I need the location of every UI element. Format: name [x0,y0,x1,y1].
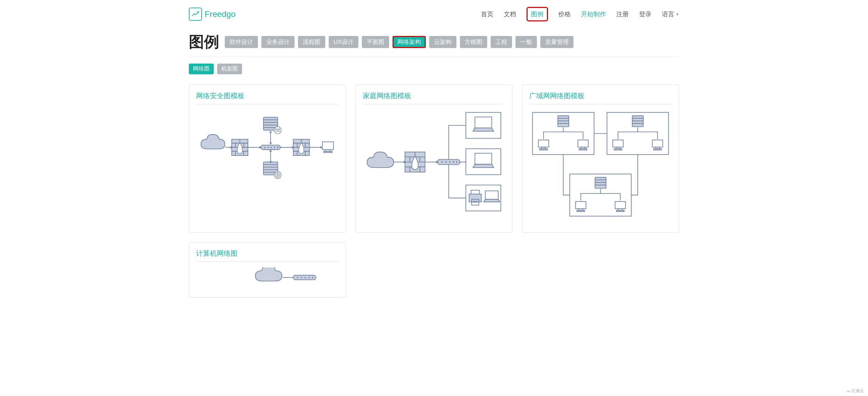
laptop-icon [483,191,500,202]
svg-rect-80 [469,194,481,202]
tag-flowchart[interactable]: 流程图 [298,36,325,48]
nav-docs[interactable]: 文档 [504,10,516,18]
sub-category-tags: 网络图 机架图 [189,64,679,74]
svg-rect-73 [466,149,501,175]
svg-point-128 [305,277,306,278]
desktop-icon [613,140,623,150]
template-card[interactable]: 家庭网络图模板 [356,85,513,233]
svg-rect-114 [595,177,606,188]
template-card[interactable]: 网络安全图模板 [189,85,346,233]
svg-marker-85 [483,199,500,202]
svg-point-127 [301,277,302,278]
svg-rect-77 [475,153,492,164]
nav-examples[interactable]: 图例 [527,7,548,21]
tag-floorplan[interactable]: 平面图 [362,36,389,48]
template-preview-computer-network [196,267,339,291]
nav-start[interactable]: 开始制作 [581,10,606,18]
top-nav: 首页 文档 图例 价格 开始制作 注册 登录 语言 ▼ [481,7,679,21]
nav-language[interactable]: 语言 ▼ [662,10,679,18]
printer-icon [469,190,481,205]
svg-rect-84 [485,191,498,199]
logo-text: Freedgo [205,9,235,19]
firewall-icon [293,139,309,155]
svg-rect-41 [324,151,332,152]
nav-register[interactable]: 注册 [616,10,629,18]
laptop-icon [473,153,494,168]
svg-point-17 [264,147,266,148]
desktop-icon [539,140,549,150]
logo-icon [189,8,202,21]
tag-engineering[interactable]: 工程 [491,36,512,48]
laptop-icon [473,117,494,131]
tag-general[interactable]: 一般 [515,36,537,48]
server-icon [263,162,281,178]
template-title: 家庭网络图模板 [363,91,505,104]
desktop-icon [578,140,588,150]
svg-point-130 [312,277,314,278]
svg-point-20 [274,147,275,148]
svg-rect-118 [576,201,586,209]
svg-rect-79 [471,190,479,194]
tag-cloud[interactable]: 云架构 [429,36,456,48]
nav-login[interactable]: 登录 [639,10,652,18]
server-icon [558,116,569,127]
server-icon [595,177,606,188]
category-tags: 软件设计 业务设计 流程图 UX设计 平面图 网络架构 云架构 方框图 工程 一… [225,36,573,48]
subtag-rack-diagram[interactable]: 机架图 [217,64,242,74]
svg-point-68 [445,161,446,163]
svg-point-126 [297,277,298,278]
nav-language-label: 语言 [662,10,674,18]
tag-business[interactable]: 业务设计 [261,36,295,48]
svg-point-70 [453,161,454,163]
title-row: 图例 软件设计 业务设计 流程图 UX设计 平面图 网络架构 云架构 方框图 工… [189,32,679,57]
svg-point-21 [277,147,278,148]
svg-rect-110 [653,140,663,147]
svg-rect-123 [617,210,625,212]
svg-rect-75 [475,117,492,128]
logo[interactable]: Freedgo [189,8,235,21]
svg-rect-72 [466,112,501,138]
page-title: 图例 [189,32,219,52]
template-card[interactable]: 广域网网络图模板 [522,85,679,233]
svg-point-69 [449,161,450,163]
tag-block[interactable]: 方框图 [460,36,487,48]
tag-ux[interactable]: UX设计 [329,36,358,48]
nav-pricing[interactable]: 价格 [558,10,571,18]
desktop-icon [653,140,663,150]
router-icon [437,159,460,164]
template-preview-wan-network [529,109,672,226]
svg-marker-76 [473,128,494,131]
svg-marker-52 [269,142,272,144]
nav-home[interactable]: 首页 [481,10,493,18]
svg-point-18 [267,147,269,148]
mail-badge-icon [274,126,281,134]
svg-marker-78 [473,164,494,167]
server-icon [633,116,644,127]
svg-marker-51 [269,131,272,133]
svg-rect-101 [579,149,587,150]
tag-software[interactable]: 软件设计 [225,36,258,48]
subtag-network-diagram[interactable]: 网络图 [189,64,214,74]
template-title: 网络安全图模板 [196,91,339,104]
svg-point-67 [441,161,442,163]
svg-rect-39 [322,142,334,150]
svg-rect-109 [614,149,622,150]
svg-point-71 [456,161,457,163]
server-icon [263,117,281,134]
template-preview-network-security [196,109,339,185]
template-card[interactable]: 计算机网络图 [189,242,346,298]
template-grid: 网络安全图模板 [189,85,679,298]
svg-rect-99 [578,140,588,147]
chevron-down-icon: ▼ [676,12,679,16]
svg-point-19 [271,147,272,148]
header: Freedgo 首页 文档 图例 价格 开始制作 注册 登录 语言 ▼ [189,0,679,32]
desktop-icon [615,201,626,211]
tag-quality[interactable]: 质量管理 [540,36,573,48]
desktop-icon [322,142,334,152]
cloud-icon [255,267,282,281]
tag-network[interactable]: 网络架构 [393,36,426,48]
svg-rect-120 [577,210,585,212]
firewall-icon [405,152,425,172]
template-preview-home-network [363,109,505,219]
router-icon [261,145,280,149]
